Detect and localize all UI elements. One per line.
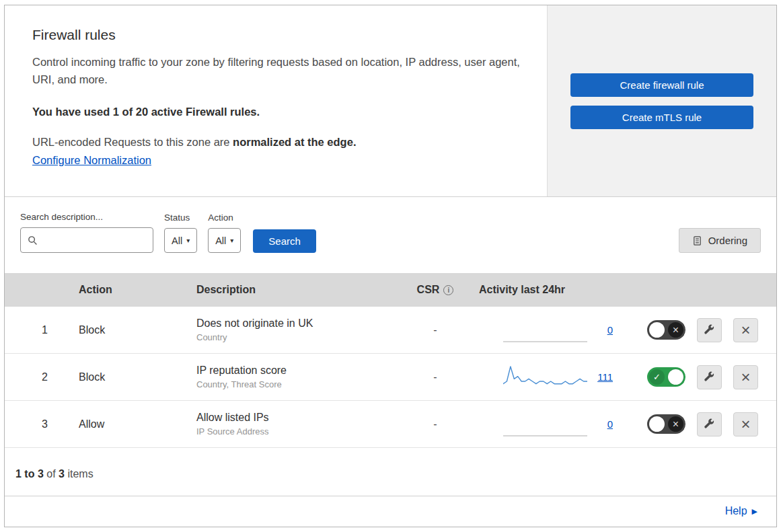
search-input[interactable] <box>42 234 146 246</box>
action-filter-label: Action <box>208 213 241 223</box>
rule-priority: 2 <box>5 371 65 383</box>
firewall-rules-page: Firewall rules Control incoming traffic … <box>4 5 777 527</box>
rule-controls: ✓ × <box>624 365 776 389</box>
table-header: Action Description CSR i Activity last 2… <box>5 273 776 307</box>
help-link-label: Help <box>725 505 747 517</box>
table-row: 1 Block Does not originate in UK Country… <box>5 307 776 354</box>
ordering-button-label: Ordering <box>708 235 747 246</box>
activity-sparkline <box>503 365 587 390</box>
activity-count-link[interactable]: 0 <box>607 418 613 430</box>
status-filter-value: All <box>172 235 182 246</box>
toggle-knob <box>649 416 665 432</box>
close-icon: × <box>741 369 750 385</box>
rule-csr-value: - <box>398 418 472 430</box>
rule-priority: 3 <box>5 418 65 430</box>
rule-action: Block <box>65 371 183 383</box>
csr-header-label: CSR <box>417 284 440 296</box>
rule-csr-value: - <box>398 324 472 336</box>
page-title: Firewall rules <box>32 27 520 43</box>
activity-sparkline <box>503 412 587 437</box>
action-filter-select[interactable]: All ▾ <box>208 228 241 253</box>
ordering-button[interactable]: Ordering <box>679 228 761 253</box>
help-link[interactable]: Help ▶ <box>725 505 757 517</box>
toggle-check-icon: ✓ <box>649 369 665 385</box>
page-header: Firewall rules Control incoming traffic … <box>5 5 776 197</box>
description-column-header: Description <box>183 284 398 296</box>
normalization-text: URL-encoded Requests to this zone are no… <box>32 136 520 149</box>
activity-sparkline <box>503 317 587 343</box>
rule-enable-toggle[interactable]: ✓ <box>647 367 685 387</box>
chevron-down-icon: ▾ <box>230 237 233 244</box>
normalization-bold: normalized at the edge. <box>233 136 356 148</box>
pagination-summary: 1 to 3 of 3 items <box>5 448 776 496</box>
arrow-right-icon: ▶ <box>752 507 757 516</box>
rule-description-cell: Allow listed IPs IP Source Address <box>183 412 398 436</box>
header-actions-panel: Create firewall rule Create mTLS rule <box>547 5 776 196</box>
activity-count-link[interactable]: 111 <box>597 371 613 383</box>
rule-criteria: Country, Threat Score <box>196 379 398 389</box>
search-button[interactable]: Search <box>253 229 316 253</box>
status-filter-select[interactable]: All ▾ <box>164 228 197 253</box>
rule-criteria: IP Source Address <box>196 426 398 436</box>
info-icon[interactable]: i <box>443 285 453 295</box>
configure-normalization-link[interactable]: Configure Normalization <box>32 154 151 166</box>
wrench-icon <box>704 371 715 383</box>
rule-controls: × × <box>624 318 776 342</box>
rule-description: Allow listed IPs <box>196 412 398 424</box>
chevron-down-icon: ▾ <box>186 237 190 244</box>
items-of: of <box>46 468 55 480</box>
rule-action: Block <box>65 324 183 336</box>
create-firewall-rule-button[interactable]: Create firewall rule <box>570 73 753 97</box>
ordering-icon <box>692 235 702 246</box>
toggle-knob <box>668 369 683 385</box>
edit-rule-button[interactable] <box>697 318 722 342</box>
rule-enable-toggle[interactable]: × <box>647 320 685 340</box>
rule-criteria: Country <box>196 332 398 342</box>
header-text-block: Firewall rules Control incoming traffic … <box>5 5 547 196</box>
action-column-header: Action <box>65 284 183 296</box>
status-filter-label: Status <box>164 213 197 223</box>
create-mtls-rule-button[interactable]: Create mTLS rule <box>570 106 753 129</box>
wrench-icon <box>704 418 715 430</box>
delete-rule-button[interactable]: × <box>733 365 758 389</box>
close-icon: × <box>741 322 750 338</box>
search-box <box>20 227 153 253</box>
search-group: Search description... <box>20 212 153 253</box>
toggle-x-icon: × <box>668 322 683 338</box>
normalization-prefix: URL-encoded Requests to this zone are <box>32 136 233 148</box>
page-description: Control incoming traffic to your zone by… <box>32 54 520 88</box>
activity-column-header: Activity last 24hr <box>472 284 624 296</box>
search-icon <box>28 235 38 245</box>
status-filter-group: Status All ▾ <box>164 213 197 253</box>
rule-activity-cell: 111 <box>472 365 624 390</box>
action-filter-value: All <box>215 235 226 246</box>
close-icon: × <box>741 416 750 432</box>
help-row: Help ▶ <box>5 497 776 527</box>
rule-description: IP reputation score <box>196 365 398 377</box>
csr-column-header: CSR i <box>398 284 472 296</box>
rule-action: Allow <box>65 418 183 430</box>
filter-bar: Search description... Status All ▾ Actio… <box>5 197 776 273</box>
items-total: 3 <box>59 468 65 480</box>
wrench-icon <box>704 324 715 336</box>
rule-description-cell: Does not originate in UK Country <box>183 317 398 342</box>
items-range: 1 to 3 <box>15 468 44 480</box>
items-label: items <box>67 468 93 480</box>
rule-description-cell: IP reputation score Country, Threat Scor… <box>183 365 398 389</box>
edit-rule-button[interactable] <box>697 365 722 389</box>
usage-summary: You have used 1 of 20 active Firewall ru… <box>32 106 520 118</box>
table-row: 2 Block IP reputation score Country, Thr… <box>5 354 776 401</box>
table-row: 3 Allow Allow listed IPs IP Source Addre… <box>5 401 776 448</box>
delete-rule-button[interactable]: × <box>733 318 758 342</box>
rule-enable-toggle[interactable]: × <box>647 414 685 434</box>
rule-description: Does not originate in UK <box>196 317 398 330</box>
rule-priority: 1 <box>5 324 65 336</box>
activity-count-link[interactable]: 0 <box>607 324 613 336</box>
search-label: Search description... <box>20 212 153 222</box>
toggle-knob <box>649 322 665 338</box>
rule-csr-value: - <box>398 371 472 383</box>
delete-rule-button[interactable]: × <box>733 412 758 436</box>
edit-rule-button[interactable] <box>697 412 722 436</box>
rule-activity-cell: 0 <box>472 412 624 437</box>
rule-controls: × × <box>624 412 776 436</box>
